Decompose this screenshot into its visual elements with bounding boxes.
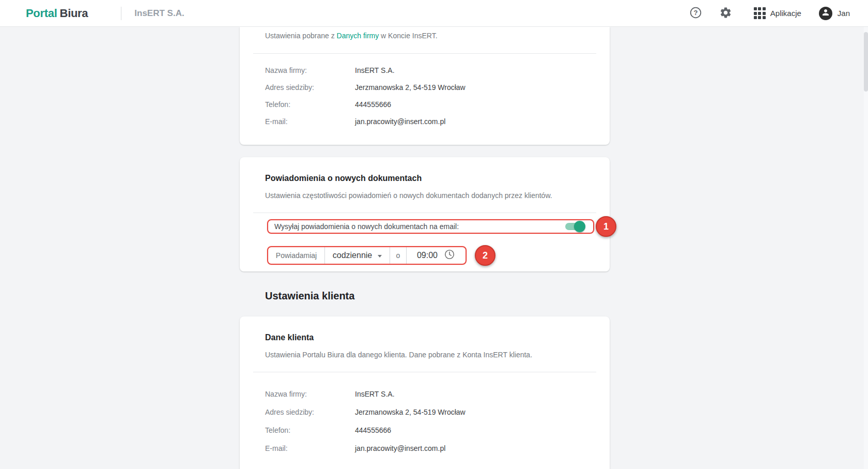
company-data-link[interactable]: Danych firmy <box>337 32 379 40</box>
apps-label: Aplikacje <box>770 9 801 18</box>
time-input[interactable]: 09:00 <box>407 247 466 264</box>
app-logo[interactable]: Portal Biura <box>26 7 88 20</box>
client-card-description: Ustawienia Portalu Biura dla danego klie… <box>240 350 610 360</box>
email-toggle-label: Wysyłaj powiadomienia o nowych dokumenta… <box>274 222 459 231</box>
row-label: E-mail: <box>265 444 355 452</box>
row-value: jan.pracowity@insert.com.pl <box>355 117 445 126</box>
person-icon <box>821 8 830 19</box>
notifications-card-title: Powiadomienia o nowych dokumentach <box>240 173 610 184</box>
user-menu-button[interactable]: Jan <box>819 7 850 20</box>
apps-menu-button[interactable]: Aplikacje <box>754 7 801 19</box>
row-value: 444555666 <box>355 100 391 109</box>
client-data-card: Dane klienta Ustawienia Portalu Biura dl… <box>240 316 610 469</box>
app-header: Portal Biura InsERT S.A. ? Aplikac <box>0 0 868 27</box>
notifications-card-description: Ustawienia częstotliwości powiadomień o … <box>240 190 580 201</box>
note-prefix: Ustawienia pobrane z <box>265 32 337 40</box>
schedule-connector-label: o <box>390 247 407 264</box>
gear-icon <box>719 6 732 21</box>
row-label: Nazwa firmy: <box>265 390 355 398</box>
toggle-knob <box>574 221 585 232</box>
row-label: Adres siedziby: <box>265 83 355 92</box>
client-card-title: Dane klienta <box>240 332 610 343</box>
client-data-rows: Nazwa firmy: InsERT S.A. Adres siedziby:… <box>240 372 610 467</box>
note-suffix: w Koncie InsERT. <box>379 32 437 40</box>
scrollbar-track <box>864 27 868 469</box>
firm-data-rows: Nazwa firmy: InsERT S.A. Adres siedziby:… <box>240 54 610 145</box>
logo-portal: Portal <box>26 7 57 20</box>
row-label: Nazwa firmy: <box>265 66 355 74</box>
company-name: InsERT S.A. <box>134 8 184 19</box>
help-button[interactable]: ? <box>689 7 703 20</box>
settings-content: Ustawienia pobrane z Danych firmy w Konc… <box>240 27 610 469</box>
schedule-annotation-wrap: Powiadamiaj codziennie o 09:00 2 <box>267 246 467 265</box>
table-row: E-mail: jan.pracowity@insert.com.pl <box>265 439 584 457</box>
row-value: InsERT S.A. <box>355 390 395 398</box>
row-value: Jerzmanowska 2, 54-519 Wrocław <box>355 408 466 416</box>
annotation-1-badge: 1 <box>596 216 616 237</box>
table-row: Nazwa firmy: InsERT S.A. <box>265 62 584 79</box>
row-value: 444555666 <box>355 426 391 434</box>
table-row: Telefon: 444555666 <box>265 96 584 113</box>
row-value: Jerzmanowska 2, 54-519 Wrocław <box>355 83 466 92</box>
client-settings-heading: Ustawienia klienta <box>240 289 610 303</box>
apps-grid-icon <box>754 7 766 19</box>
table-row: Adres siedziby: Jerzmanowska 2, 54-519 W… <box>265 79 584 96</box>
annotation-2-badge: 2 <box>475 245 495 266</box>
time-value: 09:00 <box>417 251 438 260</box>
annotation-box-2: Powiadamiaj codziennie o 09:00 <box>267 246 467 265</box>
row-value: InsERT S.A. <box>355 66 395 74</box>
table-row: Nazwa firmy: InsERT S.A. <box>265 385 584 403</box>
settings-button[interactable] <box>719 7 733 20</box>
header-divider <box>121 7 121 20</box>
annotation-box-1: Wysyłaj powiadomienia o nowych dokumenta… <box>267 219 594 234</box>
logo-biura: Biura <box>60 7 88 20</box>
scrollbar-thumb[interactable] <box>864 32 868 92</box>
frequency-select[interactable]: codziennie <box>325 247 390 264</box>
notifications-card: Powiadomienia o nowych dokumentach Ustaw… <box>240 157 610 271</box>
help-icon: ? <box>689 6 702 21</box>
row-label: E-mail: <box>265 117 355 126</box>
firm-settings-note: Ustawienia pobrane z Danych firmy w Konc… <box>240 31 610 41</box>
chevron-down-icon <box>378 255 382 258</box>
svg-text:?: ? <box>694 8 698 16</box>
clock-icon <box>438 249 455 262</box>
frequency-value: codziennie <box>333 251 373 260</box>
table-row: Telefon: 444555666 <box>265 421 584 439</box>
card-divider <box>253 213 596 213</box>
user-avatar <box>819 7 832 20</box>
row-label: Telefon: <box>265 100 355 109</box>
email-notifications-toggle[interactable] <box>565 223 584 230</box>
row-label: Adres siedziby: <box>265 408 355 416</box>
user-name: Jan <box>838 9 850 18</box>
row-label: Telefon: <box>265 426 355 434</box>
schedule-prefix-label: Powiadamiaj <box>268 247 325 264</box>
header-actions: ? Aplikacje <box>689 7 850 20</box>
portal-biura-settings-page: { "header": { "logo_part1": "Portal", "l… <box>0 0 868 469</box>
firm-data-card: Ustawienia pobrane z Danych firmy w Konc… <box>240 27 610 145</box>
row-value: jan.pracowity@insert.com.pl <box>355 444 445 452</box>
table-row: Adres siedziby: Jerzmanowska 2, 54-519 W… <box>265 403 584 421</box>
email-toggle-annotation-wrap: Wysyłaj powiadomienia o nowych dokumenta… <box>267 219 594 234</box>
table-row: E-mail: jan.pracowity@insert.com.pl <box>265 113 584 130</box>
